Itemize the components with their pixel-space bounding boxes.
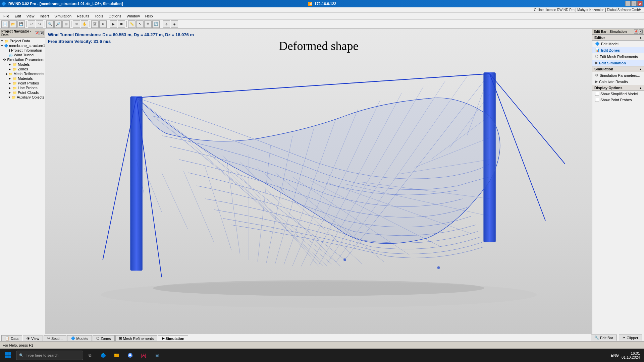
tb-pan[interactable]: ✋ (81, 20, 88, 28)
tb-open[interactable]: 📂 (9, 20, 17, 28)
menu-window[interactable]: Window (124, 13, 143, 19)
tb-measure[interactable]: 📏 (128, 20, 136, 28)
tree-aux-objects[interactable]: ▼ 📁 Auxiliary Objects (0, 95, 45, 100)
tb-move[interactable]: ✚ (144, 20, 152, 28)
mesh-tab-label: Mesh Refinements (123, 337, 154, 341)
tb-rotate[interactable]: ↻ (73, 20, 80, 28)
svg-line-43 (162, 173, 188, 229)
close-button[interactable]: ✕ (637, 1, 643, 6)
tb-grid[interactable]: ⊹ (163, 20, 170, 28)
tab-view[interactable]: 👁 View (23, 336, 43, 341)
tb-save[interactable]: 💾 (17, 20, 25, 28)
nav-title: Project Navigator - Data (1, 29, 35, 37)
tree-project-info[interactable]: ℹ Project Information (0, 48, 45, 53)
tab-section[interactable]: ✂ Secti... (44, 335, 66, 341)
tb-undo[interactable]: ↩ (28, 20, 35, 28)
tree-materials[interactable]: ▶ 📁 Materials (0, 76, 45, 81)
viewport[interactable]: Wind Tunnel Dimensions: Dx = 80.553 m, D… (45, 29, 592, 334)
menu-edit[interactable]: Edit (12, 13, 24, 19)
models-tab-icon: 🔷 (71, 336, 75, 341)
tree-point-probes[interactable]: ▶ 📁 Point Probes (0, 81, 45, 85)
minimize-button[interactable]: ─ (625, 1, 631, 6)
taskbar-edge[interactable] (97, 349, 110, 362)
tb-zoom-fit[interactable]: ⊞ (62, 20, 70, 28)
show-simplified-checkbox[interactable] (595, 92, 599, 96)
calc-results-item[interactable]: ▶ Calculate Results (592, 78, 644, 85)
tb-zoom-in[interactable]: 🔍 (46, 20, 54, 28)
menu-file[interactable]: File (1, 13, 12, 19)
menu-results[interactable]: Results (74, 13, 92, 19)
tab-simulation[interactable]: ▶ Simulation (158, 335, 188, 341)
maximize-button[interactable]: □ (631, 1, 637, 6)
tb-settings[interactable]: ⚙ (99, 20, 107, 28)
tree-point-clouds[interactable]: ▶ 📁 Point Clouds (0, 90, 45, 95)
edit-zones-item[interactable]: 📊 Edit Zones (592, 47, 644, 53)
structure-visualization (45, 29, 592, 334)
tb-redo[interactable]: ↪ (36, 20, 43, 28)
tree-wind-tunnel[interactable]: 💨 Wind Tunnel (0, 53, 45, 57)
folder-icon: 📁 (13, 86, 17, 90)
tab-zones[interactable]: ⬡ Zones (93, 335, 115, 341)
tb-select[interactable]: ↖ (136, 20, 144, 28)
svg-line-44 (144, 168, 162, 212)
taskbar-explorer[interactable] (110, 349, 123, 362)
show-simplified-model-item[interactable]: Show Simplified Model (592, 91, 644, 97)
view-tab-icon: 👁 (26, 337, 30, 341)
taskbar-chrome[interactable] (123, 349, 137, 362)
tree-sim-params[interactable]: ⚙ Simulation Parameters (0, 57, 45, 62)
nav-pin[interactable]: 📌 (35, 31, 39, 35)
tb-play[interactable]: ▶ (110, 20, 117, 28)
tb-sep3 (71, 21, 71, 27)
taskbar-app5[interactable]: [A] (137, 349, 150, 362)
ip-address: 172-16.0.122 (315, 2, 336, 6)
tb-snap[interactable]: ◈ (171, 20, 178, 28)
menu-view[interactable]: View (24, 13, 37, 19)
tb-sep5 (108, 21, 108, 27)
sim-icon: ▶ (595, 61, 598, 65)
app-logo: 🔷 (1, 1, 6, 6)
svg-rect-52 (8, 356, 11, 359)
panel-pin[interactable]: 📌 (634, 29, 638, 34)
sim-params-item[interactable]: ⚙ Simulation Parameters... (592, 72, 644, 78)
tab-edit-bar[interactable]: 🔧 Edit Bar (591, 335, 617, 341)
display-chevron: ▲ (639, 86, 642, 89)
svg-point-46 (343, 258, 346, 261)
tree-line-probes[interactable]: ▶ 📁 Line Probes (0, 85, 45, 90)
tab-data[interactable]: 📋 Data (1, 335, 22, 341)
menu-insert[interactable]: Insert (37, 13, 52, 19)
nav-close[interactable]: ✕ (40, 31, 44, 35)
edit-mesh-item[interactable]: ⬡ Edit Mesh Refinements (592, 53, 644, 60)
edit-model-item[interactable]: 🔷 Edit Model (592, 41, 644, 47)
edit-simulation-item[interactable]: ▶ Edit Simulation (592, 60, 644, 66)
tree-label: Zones (18, 67, 28, 71)
tab-models[interactable]: 🔷 Models (67, 335, 92, 341)
tab-mesh-refinements[interactable]: ⊞ Mesh Refinements (115, 335, 158, 341)
tb-new[interactable]: 📄 (1, 20, 9, 28)
tree-models[interactable]: ▶ 📁 Models (0, 62, 45, 67)
search-bar[interactable]: 🔍 Type here to search (16, 351, 83, 360)
taskbar-app6[interactable]: ▣ (150, 349, 164, 362)
tb-render[interactable]: 🖼 (91, 20, 99, 28)
menu-simulation[interactable]: Simulation (52, 13, 74, 19)
tree-zones[interactable]: ▶ 📁 Zones (0, 67, 45, 71)
display-options-section-title: Display Options ▲ (592, 85, 644, 91)
tab-clipper[interactable]: ✂ Clipper (619, 335, 642, 341)
tree-project-data[interactable]: ▼ 📁 Project Data (0, 39, 45, 43)
panel-close[interactable]: ✕ (639, 29, 643, 34)
tb-zoom-out[interactable]: 🔎 (54, 20, 62, 28)
right-panel-header: Edit Bar - Simulation 📌 ✕ (592, 29, 644, 35)
params-icon: ⚙ (595, 73, 598, 77)
menu-help[interactable]: Help (143, 13, 156, 19)
tree-mesh-ref[interactable]: ▶ 📁 Mesh Refinements (0, 71, 45, 76)
taskbar-taskview[interactable]: ⧉ (83, 349, 97, 362)
show-point-probes-item[interactable]: Show Point Probes (592, 97, 644, 103)
tree-membrane[interactable]: ▼ 🔷 membrane_structure1 (0, 43, 45, 48)
start-button[interactable] (1, 349, 15, 362)
menu-options[interactable]: Options (106, 13, 124, 19)
menu-tools[interactable]: Tools (92, 13, 106, 19)
tb-stop[interactable]: ⏹ (118, 20, 125, 28)
show-point-probes-checkbox[interactable] (595, 98, 599, 102)
mesh-tab-icon: ⊞ (119, 336, 122, 341)
tb-rotate2[interactable]: 🔄 (152, 20, 160, 28)
arrow-icon: ▼ (8, 96, 11, 99)
